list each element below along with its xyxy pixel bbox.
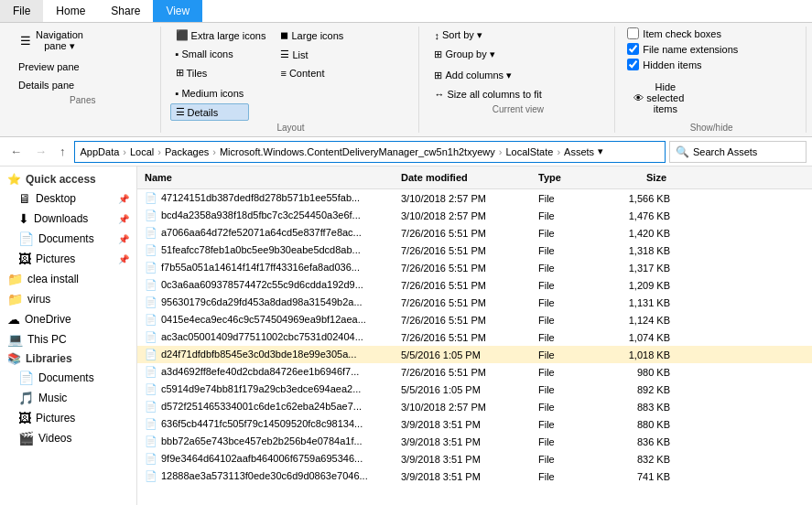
table-row[interactable]: 📄51feafcc78feb1a0bc5ee9b30eabe5dcd8ab...… (137, 242, 812, 259)
file-icon: 📄 (145, 453, 157, 464)
tab-home[interactable]: Home (43, 0, 98, 22)
hidden-items-input[interactable] (627, 59, 639, 70)
large-icons-btn[interactable]: ◼ Large icons (275, 27, 349, 44)
onedrive-label: OneDrive (25, 313, 71, 326)
tab-share[interactable]: Share (98, 0, 153, 22)
virus-label: virus (27, 293, 50, 306)
hide-selected-btn[interactable]: 👁 Hideselecteditems (628, 79, 689, 117)
extra-large-icons-btn[interactable]: ⬛ Extra large icons (170, 27, 272, 44)
table-row[interactable]: 📄c5914d9e74bb81f179a29cb3edce694aea2...5… (137, 381, 812, 398)
table-row[interactable]: 📄bcd4a2358a938f18d5fbc7c3c254450a3e6f...… (137, 207, 812, 224)
col-header-type[interactable]: Type (531, 170, 604, 185)
clea-install-label: clea install (27, 273, 79, 285)
sidebar-section-libraries[interactable]: 📚 Libraries (0, 349, 136, 368)
col-header-name[interactable]: Name (137, 170, 394, 185)
content-btn[interactable]: ≡ Content (275, 65, 349, 81)
table-row[interactable]: 📄bbb72a65e743bce457eb2b256b4e0784a1f...3… (137, 433, 812, 450)
documents-lib-icon: 📄 (18, 371, 34, 385)
hidden-items-label[interactable]: Hidden items (624, 58, 741, 71)
file-name-cell: 📄f7b55a051a14614f14f17ff43316efa8ad036..… (137, 260, 394, 275)
sidebar-section-quick-access[interactable]: ⭐ Quick access (0, 170, 136, 188)
file-date-cell: 7/26/2016 5:51 PM (394, 313, 531, 328)
sort-by-btn[interactable]: ↕ Sort by ▾ (428, 27, 500, 44)
add-columns-btn[interactable]: ⊞ Add columns ▾ (428, 67, 547, 84)
file-date-cell: 7/26/2016 5:51 PM (394, 365, 531, 380)
table-row[interactable]: 📄636f5cb4471fc505f79c14509520fc8c98134..… (137, 415, 812, 433)
details-btn[interactable]: ☰ Details (170, 103, 250, 121)
table-row[interactable]: 📄ac3ac05001409d77511002cbc7531d02404...7… (137, 328, 812, 346)
col-header-size[interactable]: Size (604, 170, 677, 185)
table-row[interactable]: 📄0c3a6aa609378574472c55c9d6cdda192d9...7… (137, 276, 812, 294)
nav-bar: ← → ↑ AppData › Local › Packages › Micro… (0, 137, 812, 167)
file-size-cell: 1,317 KB (604, 261, 677, 275)
file-name-extensions-label[interactable]: File name extensions (624, 42, 741, 56)
navigation-pane-btn[interactable]: ☰ Navigationpane ▾ (13, 27, 89, 55)
sidebar-item-this-pc[interactable]: 💻 This PC (0, 329, 136, 349)
sort-label: Sort by ▾ (442, 29, 482, 41)
documents-lib-label: Documents (38, 371, 94, 384)
size-all-btn[interactable]: ↔ Size all columns to fit (428, 86, 547, 102)
sidebar-item-documents-lib[interactable]: 📄 Documents (0, 368, 136, 388)
sidebar-item-pictures[interactable]: 🖼 Pictures 📌 (0, 249, 136, 269)
details-pane-btn[interactable]: Details pane (13, 77, 85, 93)
sidebar-item-documents[interactable]: 📄 Documents 📌 (0, 229, 136, 249)
small-icons-btn[interactable]: ▪ Small icons (170, 46, 272, 62)
table-row[interactable]: 📄a3d4692ff8efe40d2cbda84726ee1b6946f7...… (137, 363, 812, 381)
file-type-cell: File (531, 400, 604, 414)
file-name-extensions-input[interactable] (627, 43, 639, 55)
sidebar-item-onedrive[interactable]: ☁ OneDrive (0, 309, 136, 329)
search-bar[interactable]: 🔍 Search Assets (669, 141, 807, 163)
checkboxes-section: Item check boxes File name extensions Hi… (624, 27, 741, 71)
show-hide-items: Item check boxes File name extensions Hi… (624, 27, 798, 121)
add-columns-icon: ⊞ (434, 70, 442, 81)
file-type-cell: File (531, 452, 604, 467)
preview-pane-btn[interactable]: Preview pane (13, 59, 85, 75)
address-bar[interactable]: AppData › Local › Packages › Microsoft.W… (74, 141, 666, 163)
sidebar-item-desktop[interactable]: 🖥 Desktop 📌 (0, 188, 136, 209)
item-checkboxes-input[interactable] (627, 27, 639, 39)
sidebar-item-virus[interactable]: 📁 virus (0, 289, 136, 309)
file-icon: 📄 (145, 210, 157, 220)
table-row[interactable]: 📄a7066aa64d72fe52071a64cd5e837ff7e8ac...… (137, 224, 812, 242)
file-date-cell: 7/26/2016 5:51 PM (394, 261, 531, 275)
table-row[interactable]: 📄95630179c6da29fd453a8dad98a31549b2a...7… (137, 294, 812, 311)
tiles-btn[interactable]: ⊞ Tiles (170, 64, 272, 81)
table-row[interactable]: 📄9f9e3464d64102aafb464006f6759a695346...… (137, 450, 812, 467)
sidebar-item-pictures-lib[interactable]: 🖼 Pictures (0, 408, 136, 428)
file-date-cell: 7/26/2016 5:51 PM (394, 243, 531, 258)
sidebar-item-videos[interactable]: 🎬 Videos (0, 428, 136, 448)
sidebar-item-music[interactable]: 🎵 Music (0, 388, 136, 408)
file-size-cell: 892 KB (604, 382, 677, 397)
file-size-cell: 836 KB (604, 435, 677, 449)
table-row[interactable]: 📄0415e4eca9ec46c9c574504969ea9bf12aea...… (137, 311, 812, 328)
table-row[interactable]: 📄d24f71dfdbfb8545e3c0d3bde18e99e305a...5… (137, 346, 812, 363)
file-icon: 📄 (145, 279, 157, 290)
sidebar-item-downloads[interactable]: ⬇ Downloads 📌 (0, 209, 136, 229)
tab-view[interactable]: View (153, 0, 202, 22)
list-btn[interactable]: ☰ List (275, 46, 349, 63)
item-checkboxes-label[interactable]: Item check boxes (624, 27, 741, 40)
group-by-btn[interactable]: ⊞ Group by ▾ (428, 46, 500, 63)
table-row[interactable]: 📄47124151db387dedf8d278b571b1ee55fab...3… (137, 189, 812, 207)
table-row[interactable]: 📄12888ae3a573113f0ede30c6d9d0863e7046...… (137, 467, 812, 485)
file-size-cell: 832 KB (604, 452, 677, 467)
search-icon: 🔍 (676, 145, 689, 158)
up-btn[interactable]: ↑ (55, 142, 70, 161)
col-header-date[interactable]: Date modified (394, 170, 531, 185)
medium-icons-btn[interactable]: ▪ Medium icons (170, 85, 250, 102)
file-date-cell: 3/9/2018 3:51 PM (394, 469, 531, 484)
table-row[interactable]: 📄f7b55a051a14614f14f17ff43316efa8ad036..… (137, 259, 812, 276)
this-pc-icon: 💻 (7, 332, 23, 347)
forward-btn[interactable]: → (30, 142, 51, 161)
libraries-label: Libraries (26, 352, 72, 365)
medium-icon: ▪ (176, 88, 179, 99)
desktop-pin: 📌 (118, 194, 129, 204)
current-view-items: ↕ Sort by ▾ ⊞ Group by ▾ ⊞ Add columns ▾… (428, 27, 607, 102)
tab-file[interactable]: File (0, 0, 43, 22)
table-row[interactable]: 📄d572f251465334001c6de1c62eba24b5ae7...3… (137, 398, 812, 415)
file-type-cell: File (531, 191, 604, 206)
sidebar-item-clea-install[interactable]: 📁 clea install (0, 269, 136, 289)
file-date-cell: 3/9/2018 3:51 PM (394, 452, 531, 467)
back-btn[interactable]: ← (5, 142, 27, 161)
breadcrumb-item: Microsoft.Windows.ContentDeliveryManager… (220, 146, 495, 157)
